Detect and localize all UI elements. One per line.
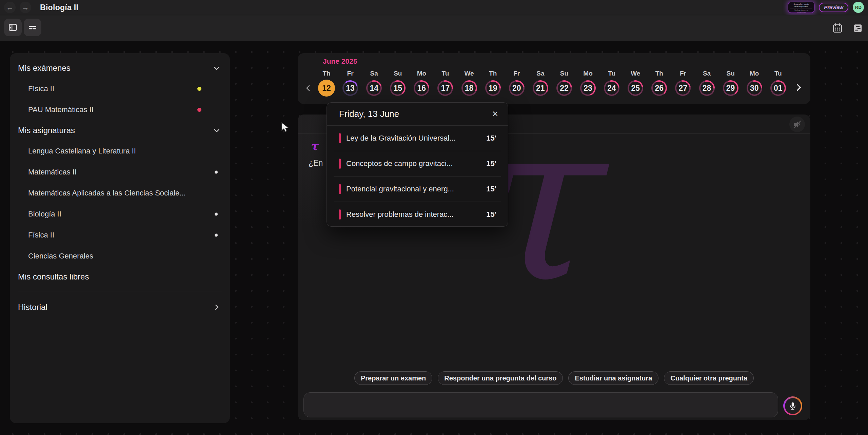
sidebar-item[interactable]: Biología II: [10, 204, 230, 225]
disclaimer-line: tener algún fallo.: [788, 5, 814, 8]
calendar-day-22[interactable]: Su22: [554, 69, 574, 100]
sidebar-item[interactable]: Física II: [10, 225, 230, 246]
calendar-day-25[interactable]: We25: [626, 69, 645, 100]
timeline-view-button[interactable]: [852, 22, 864, 34]
calendar-day-24[interactable]: Tu24: [602, 69, 622, 100]
agenda-lines-icon: [27, 22, 38, 33]
calendar-day-23[interactable]: Mo23: [578, 69, 598, 100]
calendar-day-26[interactable]: Th26: [649, 69, 669, 100]
chat-input[interactable]: [303, 392, 778, 417]
calendar-day-14[interactable]: Sa14: [364, 69, 384, 100]
suggestion-chip[interactable]: Estudiar una asignatura: [568, 371, 658, 385]
sidebar-section-exams[interactable]: Mis exámenes: [10, 58, 230, 78]
day-of-week-label: Su: [560, 69, 568, 78]
status-dot: [197, 87, 201, 91]
day-circle: 26: [651, 80, 667, 96]
sidebar-item-historial[interactable]: Historial: [10, 296, 230, 318]
disclaimer-line: desarrollo y puede: [788, 3, 814, 5]
calendar-day-30[interactable]: Mo30: [745, 69, 764, 100]
mouse-cursor: [281, 122, 291, 133]
forward-icon: →: [22, 3, 29, 12]
sidebar-item[interactable]: Matemáticas Aplicadas a las Ciencias Soc…: [10, 183, 230, 204]
day-circle: 25: [628, 80, 643, 96]
day-circle: 23: [580, 80, 596, 96]
day-circle: 30: [747, 80, 762, 96]
sidebar-item-label: Física II: [28, 231, 54, 240]
day-circle-inner: 13: [344, 82, 357, 95]
day-circle-inner: 20: [510, 82, 523, 95]
sidebar-item[interactable]: Física II: [10, 78, 230, 99]
close-icon[interactable]: ✕: [492, 109, 498, 119]
timeline-icon: [852, 23, 863, 34]
calendar-day-15[interactable]: Su15: [388, 69, 408, 100]
calendar-prev-button[interactable]: [302, 82, 314, 94]
header-bar: ← → Biología II Tau está en desarrollo y…: [0, 0, 868, 15]
page-title: Biología II: [40, 3, 78, 12]
sidebar-item[interactable]: Lengua Castellana y Literatura II: [10, 141, 230, 162]
suggestion-chip[interactable]: Responder una pregunta del curso: [438, 371, 563, 385]
day-number: 19: [489, 84, 497, 93]
day-of-week-label: Tu: [442, 69, 449, 78]
task-duration: 15': [486, 159, 496, 168]
calendar-day-27[interactable]: Fr27: [673, 69, 693, 100]
calendar-day-18[interactable]: We18: [459, 69, 479, 100]
sidebar-item[interactable]: Matemáticas II: [10, 162, 230, 183]
task-title: Ley de la Gravitación Universal...: [346, 134, 482, 143]
sidebar-section-subjects[interactable]: Mis asignaturas: [10, 120, 230, 141]
forward-button[interactable]: →: [20, 2, 31, 13]
avatar[interactable]: RD: [853, 2, 864, 13]
chevron-down-icon: [212, 64, 221, 72]
mute-button[interactable]: [789, 117, 805, 132]
task-accent-bar: [339, 133, 341, 143]
calendar-view-button[interactable]: [831, 22, 844, 34]
sidebar-item-label: Física II: [28, 84, 54, 93]
calendar-day-17[interactable]: Tu17: [435, 69, 455, 100]
calendar-day-19[interactable]: Th19: [483, 69, 503, 100]
sidebar-section-free[interactable]: Mis consultas libres: [10, 267, 230, 287]
calendar-strip: June 2025 Th12Fr13Sa14Su15Mo16Tu17We18Th…: [298, 53, 810, 104]
day-of-week-label: Th: [489, 69, 497, 78]
day-circle-inner: 23: [581, 82, 594, 95]
calendar-day-01[interactable]: Tu01: [768, 69, 788, 100]
calendar-day-29[interactable]: Su29: [721, 69, 741, 100]
calendar-next-button[interactable]: [793, 82, 804, 93]
calendar-day-21[interactable]: Sa21: [531, 69, 550, 100]
calendar-day-16[interactable]: Mo16: [412, 69, 431, 100]
suggestion-chip[interactable]: Preparar un examen: [354, 371, 432, 385]
suggestion-chip[interactable]: Cualquier otra pregunta: [664, 371, 754, 385]
study-task-row[interactable]: Ley de la Gravitación Universal...15': [334, 126, 501, 151]
back-button[interactable]: ←: [4, 2, 16, 13]
calendar-day-20[interactable]: Fr20: [507, 69, 527, 100]
study-task-row[interactable]: Potencial gravitacional y energ...15': [334, 176, 501, 202]
day-number: 17: [441, 84, 450, 93]
chevron-left-icon: [303, 83, 313, 93]
task-duration: 15': [486, 210, 496, 219]
muted-speaker-icon: [792, 119, 802, 129]
day-circle: 22: [556, 80, 572, 96]
study-task-row[interactable]: Conceptos de campo gravitaci...15': [334, 151, 501, 176]
day-circle: 15: [390, 80, 406, 96]
mic-button[interactable]: [783, 396, 802, 415]
sidebar-item[interactable]: PAU Matemáticas II: [10, 99, 230, 120]
status-dot: [215, 234, 218, 237]
task-duration: 15': [486, 185, 496, 193]
day-circle-inner: 26: [653, 82, 666, 95]
day-circle-inner: 18: [463, 82, 476, 95]
study-task-row[interactable]: Resolver problemas de interac...15': [334, 202, 501, 227]
section-label: Mis consultas libres: [18, 272, 221, 282]
sidebar-item[interactable]: Ciencias Generales: [10, 246, 230, 267]
toggle-sidebar-button[interactable]: [4, 19, 22, 36]
agenda-view-button[interactable]: [24, 19, 41, 36]
day-circle-inner: 01: [772, 82, 785, 95]
day-circle-inner: 22: [558, 82, 571, 95]
sidebar: Mis exámenesFísica IIPAU Matemáticas IIM…: [10, 53, 230, 423]
calendar-day-28[interactable]: Sa28: [697, 69, 717, 100]
calendar-day-12[interactable]: Th12: [317, 69, 336, 100]
calendar-day-13[interactable]: Fr13: [340, 69, 360, 100]
day-circle-inner: 29: [724, 82, 737, 95]
day-circle-inner: 27: [676, 82, 689, 95]
day-circle: 12: [318, 80, 335, 97]
day-popup: Friday, 13 June ✕ Ley de la Gravitación …: [327, 102, 508, 227]
sidebar-panel-icon: [8, 22, 18, 33]
back-icon: ←: [6, 3, 14, 12]
